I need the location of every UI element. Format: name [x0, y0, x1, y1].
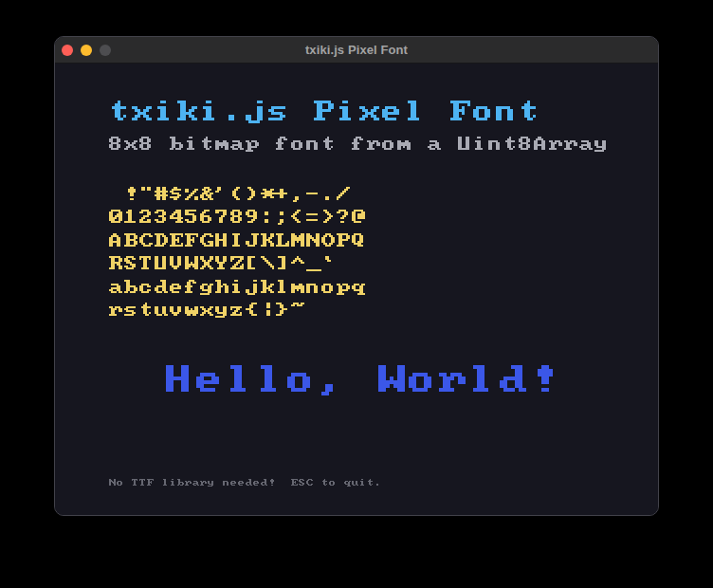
minimize-button[interactable] — [81, 45, 92, 56]
traffic-lights — [62, 37, 111, 63]
titlebar[interactable]: txiki.js Pixel Font — [55, 37, 658, 64]
window-title: txiki.js Pixel Font — [55, 43, 658, 57]
desktop: { "window": { "title": "txiki.js Pixel F… — [0, 0, 713, 588]
close-button[interactable] — [62, 45, 73, 56]
app-content — [55, 64, 658, 515]
zoom-button[interactable] — [100, 45, 111, 56]
app-window: txiki.js Pixel Font — [54, 36, 659, 516]
pixel-font-canvas — [55, 64, 658, 515]
